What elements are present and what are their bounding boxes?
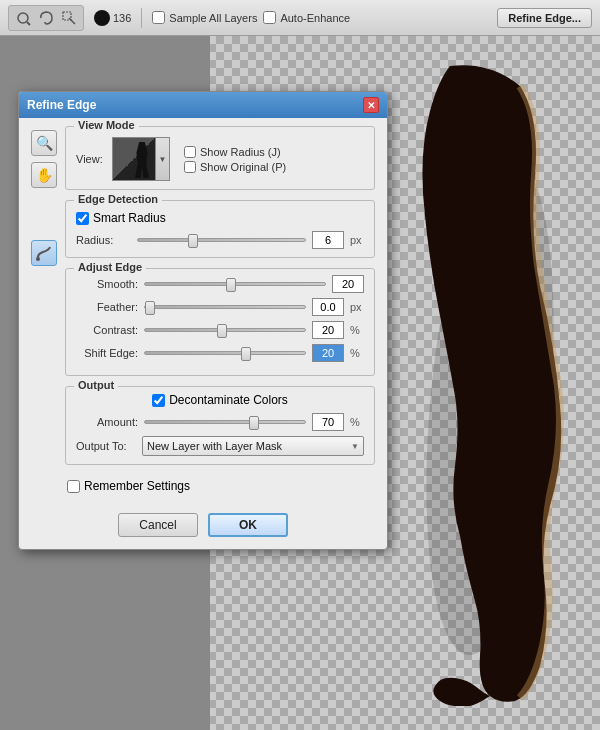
dialog-footer: Cancel OK [19, 505, 387, 549]
remember-settings-checkbox[interactable] [67, 480, 80, 493]
sample-all-layers-checkbox[interactable] [152, 11, 165, 24]
view-mode-label: View Mode [74, 119, 139, 131]
show-original-label: Show Original (P) [200, 161, 286, 173]
view-row: View: ▼ Show Radius (J) [76, 137, 364, 181]
output-to-label: Output To: [76, 440, 136, 452]
contrast-value[interactable]: 20 [312, 321, 344, 339]
show-original-row[interactable]: Show Original (P) [184, 161, 286, 173]
shift-edge-slider-thumb[interactable] [241, 347, 251, 361]
hand-tool-button[interactable]: ✋ [31, 162, 57, 188]
view-preview-group[interactable]: ▼ [112, 137, 170, 181]
smooth-value[interactable]: 20 [332, 275, 364, 293]
feather-unit: px [350, 301, 364, 313]
amount-slider-thumb[interactable] [249, 416, 259, 430]
toolbar: 136 Sample All Layers Auto-Enhance Refin… [0, 0, 600, 36]
smart-radius-checkbox[interactable] [76, 212, 89, 225]
magic-wand-icon[interactable] [59, 8, 79, 28]
shift-edge-label: Shift Edge: [76, 347, 138, 359]
feather-value[interactable]: 0.0 [312, 298, 344, 316]
right-content: View Mode View: ▼ [65, 126, 375, 493]
smooth-label: Smooth: [76, 278, 138, 290]
lasso-icon[interactable] [36, 8, 56, 28]
contrast-unit: % [350, 324, 364, 336]
svg-point-0 [18, 13, 28, 23]
amount-slider[interactable] [144, 420, 306, 424]
leg-silhouette [360, 56, 570, 706]
radius-unit: px [350, 234, 364, 246]
svg-line-3 [69, 18, 75, 24]
dialog-close-button[interactable]: ✕ [363, 97, 379, 113]
refine-edge-button[interactable]: Refine Edge... [497, 8, 592, 28]
brush-size-indicator: 136 [94, 10, 131, 26]
radius-slider-thumb[interactable] [188, 234, 198, 248]
output-to-dropdown[interactable]: New Layer with Layer Mask ▼ [142, 436, 364, 456]
smart-radius-label: Smart Radius [93, 211, 166, 225]
show-radius-label: Show Radius (J) [200, 146, 281, 158]
remember-settings-row[interactable]: Remember Settings [65, 479, 375, 493]
decontaminate-row[interactable]: Decontaminate Colors [76, 393, 364, 407]
show-original-checkbox[interactable] [184, 161, 196, 173]
auto-enhance-label: Auto-Enhance [280, 12, 350, 24]
brush-size-value: 136 [113, 12, 131, 24]
smooth-slider[interactable] [144, 282, 326, 286]
separator-1 [141, 8, 142, 28]
view-label: View: [76, 153, 104, 165]
tool-icon-group[interactable] [8, 5, 84, 31]
canvas-area: Refine Edge ✕ 🔍 ✋ Vie [0, 36, 600, 730]
amount-unit: % [350, 416, 364, 428]
refine-brush-button[interactable] [31, 240, 57, 266]
shift-edge-slider[interactable] [144, 351, 306, 355]
zoom-tool-button[interactable]: 🔍 [31, 130, 57, 156]
edge-detection-section: Edge Detection Smart Radius Radius: 6 px [65, 200, 375, 258]
auto-enhance-group[interactable]: Auto-Enhance [263, 11, 350, 24]
adjust-edge-label: Adjust Edge [74, 261, 146, 273]
adjust-edge-section: Adjust Edge Smooth: 20 Feather: 0.0 [65, 268, 375, 376]
output-label: Output [74, 379, 118, 391]
view-preview[interactable] [112, 137, 156, 181]
svg-point-5 [36, 257, 40, 261]
view-options: Show Radius (J) Show Original (P) [184, 146, 286, 173]
view-preview-inner [113, 138, 155, 180]
decontaminate-label: Decontaminate Colors [169, 393, 288, 407]
contrast-slider-thumb[interactable] [217, 324, 227, 338]
contrast-slider[interactable] [144, 328, 306, 332]
sample-all-layers-label: Sample All Layers [169, 12, 257, 24]
output-to-value: New Layer with Layer Mask [147, 440, 282, 452]
smooth-row: Smooth: 20 [76, 275, 364, 293]
shift-edge-value[interactable]: 20 [312, 344, 344, 362]
auto-enhance-checkbox[interactable] [263, 11, 276, 24]
dialog-title: Refine Edge [27, 98, 96, 112]
feather-label: Feather: [76, 301, 138, 313]
amount-label: Amount: [76, 416, 138, 428]
sample-all-layers-group[interactable]: Sample All Layers [152, 11, 257, 24]
radius-label: Radius: [76, 234, 131, 246]
feather-slider[interactable] [144, 305, 306, 309]
contrast-label: Contrast: [76, 324, 138, 336]
output-to-row: Output To: New Layer with Layer Mask ▼ [76, 436, 364, 456]
amount-value[interactable]: 70 [312, 413, 344, 431]
edge-detection-label: Edge Detection [74, 193, 162, 205]
dialog-body: 🔍 ✋ View Mode View: [19, 118, 387, 505]
radius-value[interactable]: 6 [312, 231, 344, 249]
feather-slider-thumb[interactable] [145, 301, 155, 315]
cancel-button[interactable]: Cancel [118, 513, 198, 537]
left-tools: 🔍 ✋ [31, 126, 57, 493]
shift-edge-unit: % [350, 347, 364, 359]
brush-size-circle [94, 10, 110, 26]
show-radius-checkbox[interactable] [184, 146, 196, 158]
radius-slider[interactable] [137, 238, 306, 242]
view-dropdown-arrow[interactable]: ▼ [156, 137, 170, 181]
smart-radius-row[interactable]: Smart Radius [76, 211, 364, 225]
show-radius-row[interactable]: Show Radius (J) [184, 146, 286, 158]
ok-button[interactable]: OK [208, 513, 288, 537]
decontaminate-checkbox[interactable] [152, 394, 165, 407]
refine-edge-dialog: Refine Edge ✕ 🔍 ✋ Vie [18, 91, 388, 550]
view-mode-section: View Mode View: ▼ [65, 126, 375, 190]
feather-row: Feather: 0.0 px [76, 298, 364, 316]
brush-icon[interactable] [13, 8, 33, 28]
dropdown-arrow-icon: ▼ [351, 442, 359, 451]
smooth-slider-thumb[interactable] [226, 278, 236, 292]
contrast-row: Contrast: 20 % [76, 321, 364, 339]
svg-line-1 [27, 22, 30, 25]
output-section: Output Decontaminate Colors Amount: 70 % [65, 386, 375, 465]
